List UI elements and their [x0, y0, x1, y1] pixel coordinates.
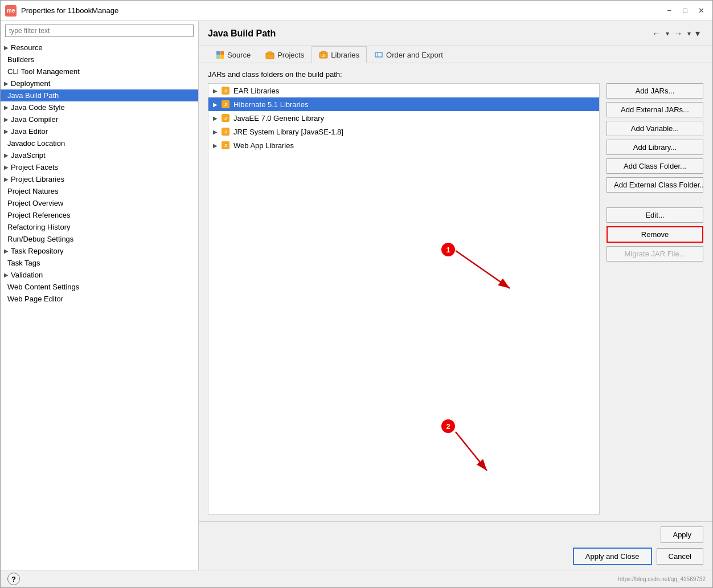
library-jar-icon: J	[221, 141, 230, 150]
panel-header: Java Build Path ← ▾ → ▾ ▾	[199, 21, 712, 46]
sidebar-item-label: Builders	[7, 55, 34, 64]
close-button[interactable]: ✕	[694, 5, 708, 17]
footer-bar: ? https://blog.csdn.net/qq_41569732	[1, 570, 712, 587]
library-item[interactable]: ▶JHibernate 5.1 Libraries	[208, 97, 599, 111]
tab-label: Order and Export	[386, 51, 443, 59]
sidebar-item-label: Task Repository	[11, 247, 63, 255]
minimize-button[interactable]: −	[662, 5, 676, 17]
sidebar-item-label: Java Editor	[11, 127, 48, 136]
sidebar-item-task-repository[interactable]: ▶Task Repository	[1, 245, 198, 257]
help-button[interactable]: ?	[7, 573, 20, 585]
sidebar-item-label: Java Code Style	[11, 103, 65, 112]
sidebar-arrow-icon: ▶	[4, 44, 9, 51]
sidebar-item-rundebug-settings[interactable]: Run/Debug Settings	[1, 233, 198, 245]
edit-button[interactable]: Edit...	[607, 207, 703, 223]
sidebar-item-task-tags[interactable]: Task Tags	[1, 257, 198, 269]
sidebar-item-label: Web Content Settings	[7, 283, 79, 291]
panel-description: JARs and class folders on the build path…	[208, 70, 703, 79]
back-dropdown[interactable]: ▾	[666, 30, 669, 38]
library-item[interactable]: ▶JWeb App Libraries	[208, 138, 599, 152]
library-label: EAR Libraries	[233, 87, 279, 95]
apply-and-close-button[interactable]: Apply and Close	[573, 548, 652, 565]
sidebar-item-java-build-path[interactable]: Java Build Path	[1, 89, 198, 101]
sidebar-item-label: Javadoc Location	[7, 139, 65, 148]
cancel-button[interactable]: Cancel	[657, 548, 703, 565]
sidebar-item-cli-tool-management[interactable]: CLI Tool Management	[1, 66, 198, 77]
sidebar-item-deployment[interactable]: ▶Deployment	[1, 77, 198, 89]
tab-order-and-export[interactable]: Order and Export	[367, 46, 450, 63]
add-external-class-folder-button[interactable]: Add External Class Folder...	[607, 177, 703, 193]
library-item[interactable]: ▶JJavaEE 7.0 Generic Library	[208, 111, 599, 125]
sidebar-item-label: Deployment	[11, 79, 50, 88]
tab-label: Projects	[277, 51, 304, 59]
add-class-folder-button[interactable]: Add Class Folder...	[607, 158, 703, 174]
libraries-list: ▶JEAR Libraries▶JHibernate 5.1 Libraries…	[208, 83, 600, 514]
back-button[interactable]: ←	[649, 27, 665, 40]
expand-button[interactable]: ▾	[692, 27, 703, 40]
sidebar-item-resource[interactable]: ▶Resource	[1, 42, 198, 54]
sidebar-arrow-icon: ▶	[4, 80, 9, 87]
svg-rect-1	[268, 52, 272, 54]
sidebar-item-label: Run/Debug Settings	[7, 235, 73, 243]
add-library-button[interactable]: Add Library...	[607, 140, 703, 155]
forward-dropdown[interactable]: ▾	[687, 30, 691, 38]
action-buttons: Add JARs...Add External JARs...Add Varia…	[607, 83, 703, 514]
remove-button[interactable]: Remove	[607, 226, 703, 243]
sidebar-item-label: Java Build Path	[7, 91, 59, 100]
apply-button[interactable]: Apply	[661, 526, 703, 543]
sidebar-item-project-facets[interactable]: ▶Project Facets	[1, 161, 198, 173]
tab-projects[interactable]: Projects	[258, 46, 312, 63]
properties-window: me Properties for 11bookManage − □ ✕ ▶Re…	[0, 0, 713, 588]
tab-libraries-icon: J	[319, 50, 328, 59]
sidebar-item-javadoc-location[interactable]: Javadoc Location	[1, 137, 198, 149]
library-jar-icon: J	[221, 113, 230, 122]
bottom-bar-2: Apply and Close Cancel	[199, 548, 712, 570]
library-item[interactable]: ▶JEAR Libraries	[208, 84, 599, 97]
tab-label: Source	[227, 51, 251, 59]
library-arrow-icon: ▶	[213, 142, 218, 149]
sidebar-item-java-compiler[interactable]: ▶Java Compiler	[1, 113, 198, 125]
tab-libraries[interactable]: JLibraries	[312, 46, 367, 63]
library-arrow-icon: ▶	[213, 115, 218, 121]
nav-buttons: ← ▾ → ▾ ▾	[649, 27, 703, 40]
maximize-button[interactable]: □	[678, 5, 692, 17]
filter-input[interactable]	[5, 24, 194, 37]
add-external-jars-button[interactable]: Add External JARs...	[607, 102, 703, 117]
watermark: https://blog.csdn.net/qq_41569732	[618, 576, 706, 582]
panel-title: Java Build Path	[208, 28, 649, 39]
svg-text:J: J	[322, 54, 325, 58]
sidebar-item-label: Refactoring History	[7, 223, 71, 231]
sidebar-arrow-icon: ▶	[4, 152, 9, 158]
add-jars-button[interactable]: Add JARs...	[607, 83, 703, 99]
sidebar-item-project-references[interactable]: Project References	[1, 209, 198, 221]
tab-source[interactable]: Source	[208, 46, 258, 63]
sidebar-item-builders[interactable]: Builders	[1, 54, 198, 66]
sidebar-item-javascript[interactable]: ▶JavaScript	[1, 149, 198, 161]
sidebar-item-java-editor[interactable]: ▶Java Editor	[1, 125, 198, 137]
sidebar-item-project-libraries[interactable]: ▶Project Libraries	[1, 173, 198, 185]
add-variable-button[interactable]: Add Variable...	[607, 121, 703, 136]
sidebar-item-label: Project Overview	[7, 199, 63, 207]
tab-projects-icon	[265, 50, 274, 59]
library-arrow-icon: ▶	[213, 129, 218, 135]
library-jar-icon: J	[221, 86, 230, 95]
sidebar-item-label: Project References	[7, 211, 71, 219]
library-arrow-icon: ▶	[213, 101, 218, 108]
sidebar-item-web-content-settings[interactable]: Web Content Settings	[1, 281, 198, 293]
sidebar-item-java-code-style[interactable]: ▶Java Code Style	[1, 101, 198, 113]
sidebar-item-project-natures[interactable]: Project Natures	[1, 185, 198, 197]
window-title: Properties for 11bookManage	[21, 6, 662, 15]
sidebar-arrow-icon: ▶	[4, 272, 9, 278]
sidebar-item-project-overview[interactable]: Project Overview	[1, 197, 198, 209]
sidebar-item-web-page-editor[interactable]: Web Page Editor	[1, 293, 198, 305]
sidebar-item-validation[interactable]: ▶Validation	[1, 269, 198, 281]
migrate-jar-button[interactable]: Migrate JAR File...	[607, 246, 703, 262]
sidebar-arrow-icon: ▶	[4, 116, 9, 122]
sidebar-item-label: Resource	[11, 43, 43, 52]
sidebar-item-refactoring-history[interactable]: Refactoring History	[1, 221, 198, 233]
forward-button[interactable]: →	[670, 27, 686, 40]
library-label: Hibernate 5.1 Libraries	[233, 100, 309, 109]
sidebar-item-label: Project Facets	[11, 163, 58, 172]
sidebar-item-label: Project Libraries	[11, 175, 64, 183]
library-item[interactable]: ▶JJRE System Library [JavaSE-1.8]	[208, 125, 599, 138]
